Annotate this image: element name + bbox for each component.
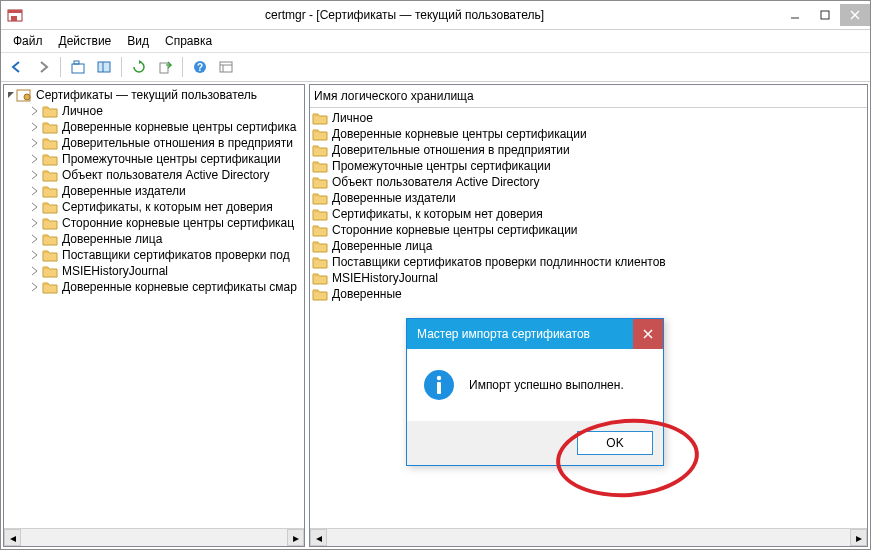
scroll-right-icon[interactable]: ▸ xyxy=(287,529,304,546)
expand-icon[interactable] xyxy=(28,169,40,181)
titlebar: certmgr - [Сертификаты — текущий пользов… xyxy=(1,1,870,30)
tree-item-label: Сторонние корневые центры сертификац xyxy=(62,216,294,230)
refresh-button[interactable] xyxy=(127,55,151,79)
list-item[interactable]: Объект пользователя Active Directory xyxy=(310,174,867,190)
svg-rect-1 xyxy=(8,10,22,13)
properties-button[interactable] xyxy=(214,55,238,79)
back-button[interactable] xyxy=(5,55,29,79)
tree-item[interactable]: MSIEHistoryJournal xyxy=(4,263,304,279)
expand-icon[interactable] xyxy=(28,105,40,117)
info-icon xyxy=(423,369,455,401)
list-item[interactable]: Поставщики сертификатов проверки подлинн… xyxy=(310,254,867,270)
tree-item-label: Поставщики сертификатов проверки под xyxy=(62,248,290,262)
tree-item[interactable]: Сторонние корневые центры сертификац xyxy=(4,215,304,231)
list-item[interactable]: Сертификаты, к которым нет доверия xyxy=(310,206,867,222)
tree-item-label: Доверенные корневые центры сертифика xyxy=(62,120,296,134)
expand-icon[interactable] xyxy=(28,281,40,293)
dialog-message: Импорт успешно выполнен. xyxy=(469,378,624,392)
tree-item-label: Доверенные корневые сертификаты смар xyxy=(62,280,297,294)
list-item[interactable]: Доверенные корневые центры сертификации xyxy=(310,126,867,142)
list-item-label: Доверенные лица xyxy=(332,239,432,253)
tree-item[interactable]: Доверительные отношения в предприяти xyxy=(4,135,304,151)
expand-icon[interactable] xyxy=(28,201,40,213)
list-hscrollbar[interactable]: ◂ ▸ xyxy=(310,528,867,546)
svg-rect-9 xyxy=(98,62,110,72)
scroll-left-icon[interactable]: ◂ xyxy=(310,529,327,546)
minimize-button[interactable] xyxy=(780,4,810,26)
svg-rect-8 xyxy=(74,61,79,64)
list-item[interactable]: Сторонние корневые центры сертификации xyxy=(310,222,867,238)
list-item-label: Промежуточные центры сертификации xyxy=(332,159,551,173)
list-item-label: Доверенные корневые центры сертификации xyxy=(332,127,587,141)
tree-item[interactable]: Объект пользователя Active Directory xyxy=(4,167,304,183)
list-item-label: Объект пользователя Active Directory xyxy=(332,175,540,189)
tree-item[interactable]: Поставщики сертификатов проверки под xyxy=(4,247,304,263)
tree-root[interactable]: Сертификаты — текущий пользователь xyxy=(4,87,304,103)
menubar: Файл Действие Вид Справка xyxy=(1,30,870,53)
export-button[interactable] xyxy=(153,55,177,79)
tree-item-label: Объект пользователя Active Directory xyxy=(62,168,270,182)
menu-action[interactable]: Действие xyxy=(51,32,120,50)
svg-point-22 xyxy=(437,376,441,380)
tree-hscrollbar[interactable]: ◂ ▸ xyxy=(4,528,304,546)
maximize-button[interactable] xyxy=(810,4,840,26)
tree-pane: Сертификаты — текущий пользовательЛичное… xyxy=(3,84,305,547)
forward-button[interactable] xyxy=(31,55,55,79)
list-item-label: Доверенные издатели xyxy=(332,191,456,205)
tree-item-label: Сертификаты, к которым нет доверия xyxy=(62,200,273,214)
list-item[interactable]: MSIEHistoryJournal xyxy=(310,270,867,286)
list-item[interactable]: Личное xyxy=(310,110,867,126)
menu-file[interactable]: Файл xyxy=(5,32,51,50)
expand-icon[interactable] xyxy=(28,137,40,149)
up-button[interactable] xyxy=(66,55,90,79)
list-item-label: Поставщики сертификатов проверки подлинн… xyxy=(332,255,666,269)
tree-item-label: MSIEHistoryJournal xyxy=(62,264,168,278)
app-icon xyxy=(7,7,23,23)
tree-root-label: Сертификаты — текущий пользователь xyxy=(36,88,257,102)
tree-item[interactable]: Доверенные корневые сертификаты смар xyxy=(4,279,304,295)
svg-rect-14 xyxy=(220,62,232,72)
close-button[interactable] xyxy=(840,4,870,26)
menu-help[interactable]: Справка xyxy=(157,32,220,50)
main-window: certmgr - [Сертификаты — текущий пользов… xyxy=(0,0,871,550)
expand-icon[interactable] xyxy=(28,185,40,197)
tree-item-label: Личное xyxy=(62,104,103,118)
show-hide-button[interactable] xyxy=(92,55,116,79)
dialog-close-button[interactable] xyxy=(633,319,663,349)
tree-item[interactable]: Личное xyxy=(4,103,304,119)
tree-item[interactable]: Доверенные издатели xyxy=(4,183,304,199)
svg-text:?: ? xyxy=(197,62,203,73)
expand-icon[interactable] xyxy=(28,153,40,165)
expand-icon[interactable] xyxy=(28,217,40,229)
menu-view[interactable]: Вид xyxy=(119,32,157,50)
tree-item-label: Доверительные отношения в предприяти xyxy=(62,136,293,150)
tree-item[interactable]: Доверенные лица xyxy=(4,231,304,247)
import-success-dialog: Мастер импорта сертификатов Импорт успеш… xyxy=(406,318,664,466)
svg-rect-4 xyxy=(821,11,829,19)
ok-button[interactable]: OK xyxy=(577,431,653,455)
list-item[interactable]: Доверительные отношения в предприятии xyxy=(310,142,867,158)
dialog-title: Мастер импорта сертификатов xyxy=(407,319,663,349)
scroll-left-icon[interactable]: ◂ xyxy=(4,529,21,546)
list-column-header[interactable]: Имя логического хранилища xyxy=(310,85,867,108)
scroll-right-icon[interactable]: ▸ xyxy=(850,529,867,546)
collapse-icon[interactable] xyxy=(6,90,16,100)
list-item[interactable]: Доверенные издатели xyxy=(310,190,867,206)
list-pane: Имя логического хранилища ЛичноеДоверенн… xyxy=(309,84,868,547)
help-button[interactable]: ? xyxy=(188,55,212,79)
toolbar: ? xyxy=(1,53,870,82)
list-item[interactable]: Доверенные лица xyxy=(310,238,867,254)
expand-icon[interactable] xyxy=(28,265,40,277)
tree-item[interactable]: Сертификаты, к которым нет доверия xyxy=(4,199,304,215)
svg-rect-2 xyxy=(11,16,17,21)
list-item[interactable]: Доверенные xyxy=(310,286,867,302)
tree-item[interactable]: Промежуточные центры сертификации xyxy=(4,151,304,167)
tree-item[interactable]: Доверенные корневые центры сертифика xyxy=(4,119,304,135)
tree-item-label: Доверенные издатели xyxy=(62,184,186,198)
list-item[interactable]: Промежуточные центры сертификации xyxy=(310,158,867,174)
expand-icon[interactable] xyxy=(28,233,40,245)
tree-item-label: Промежуточные центры сертификации xyxy=(62,152,281,166)
window-title: certmgr - [Сертификаты — текущий пользов… xyxy=(29,8,780,22)
expand-icon[interactable] xyxy=(28,121,40,133)
expand-icon[interactable] xyxy=(28,249,40,261)
